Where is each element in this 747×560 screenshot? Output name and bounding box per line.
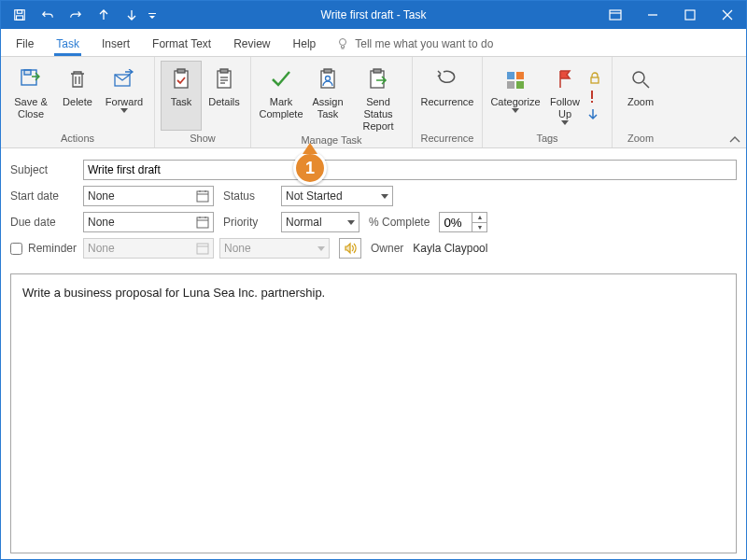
- zoom-icon: [629, 64, 652, 94]
- subject-input[interactable]: [83, 160, 737, 180]
- reminder-sound-button[interactable]: [339, 238, 361, 259]
- group-show-label: Show: [190, 131, 216, 146]
- tell-me[interactable]: Tell me what you want to do: [336, 37, 493, 56]
- reminder-date-input: None: [83, 238, 214, 259]
- flag-icon: [555, 64, 575, 94]
- send-status-report-button[interactable]: Send Status Report: [350, 61, 406, 133]
- save-close-button[interactable]: Save & Close: [7, 61, 55, 131]
- assign-task-button[interactable]: Assign Task: [307, 61, 348, 133]
- recurrence-icon: [435, 64, 459, 94]
- chevron-down-icon: [317, 246, 325, 251]
- maximize-button[interactable]: [671, 1, 709, 29]
- svg-rect-14: [175, 71, 188, 88]
- tab-task[interactable]: Task: [54, 32, 81, 56]
- group-actions-label: Actions: [61, 131, 94, 146]
- tab-insert[interactable]: Insert: [100, 32, 132, 56]
- svg-rect-28: [507, 81, 514, 89]
- categorize-button[interactable]: Categorize: [488, 61, 543, 131]
- priority-buttons: [587, 61, 606, 131]
- callout-1: 1: [293, 151, 327, 185]
- svg-rect-3: [610, 10, 621, 20]
- group-recurrence-label: Recurrence: [421, 131, 474, 146]
- task-form: Subject Start date None Status Not Start…: [1, 148, 746, 270]
- minimize-button[interactable]: [634, 1, 671, 29]
- high-importance-icon: [587, 90, 597, 105]
- svg-rect-39: [197, 217, 208, 228]
- group-zoom-label: Zoom: [627, 131, 654, 146]
- spinner-down-icon[interactable]: ▼: [472, 223, 486, 232]
- pct-spinner[interactable]: ▲ ▼: [472, 212, 487, 232]
- owner-label: Owner: [371, 242, 403, 255]
- ribbon-display-icon[interactable]: [597, 1, 634, 29]
- zoom-button[interactable]: Zoom: [618, 61, 663, 131]
- collapse-ribbon-button[interactable]: [729, 136, 740, 144]
- due-date-input[interactable]: None: [83, 212, 214, 232]
- qat-dropdown-icon[interactable]: [147, 1, 158, 29]
- previous-item-icon[interactable]: [91, 1, 117, 29]
- start-date-input[interactable]: None: [83, 186, 214, 206]
- calendar-icon: [196, 216, 209, 229]
- delete-button[interactable]: Delete: [57, 61, 98, 131]
- redo-icon[interactable]: [63, 1, 89, 29]
- group-show: Task Details Show: [155, 57, 251, 147]
- delete-icon: [67, 64, 88, 94]
- low-importance-button[interactable]: [587, 108, 606, 121]
- tab-strip: File Task Insert Format Text Review Help…: [1, 29, 746, 57]
- svg-rect-29: [516, 81, 524, 89]
- tab-help[interactable]: Help: [291, 32, 318, 56]
- svg-rect-32: [591, 101, 593, 103]
- next-item-icon[interactable]: [119, 1, 145, 29]
- chevron-down-icon: [347, 220, 355, 225]
- svg-rect-1: [17, 10, 21, 14]
- spinner-up-icon[interactable]: ▲: [472, 213, 486, 223]
- clipboard-task-icon: [171, 64, 191, 94]
- svg-rect-17: [220, 69, 228, 73]
- group-actions: Save & Close Delete Forward Actions: [1, 57, 155, 147]
- ribbon: Save & Close Delete Forward Actions: [1, 57, 746, 148]
- close-button[interactable]: [709, 1, 746, 29]
- clipboard-send-icon: [367, 64, 389, 94]
- dropdown-icon: [561, 120, 569, 125]
- svg-rect-12: [24, 70, 31, 75]
- checkmark-icon: [269, 64, 293, 94]
- forward-icon: [112, 64, 136, 94]
- details-view-button[interactable]: Details: [204, 61, 245, 131]
- group-recurrence: Recurrence Recurrence: [413, 57, 483, 147]
- svg-rect-26: [507, 72, 514, 79]
- task-body[interactable]: Write a business proposal for Luna Sea I…: [10, 273, 737, 553]
- tab-review[interactable]: Review: [232, 32, 272, 56]
- chevron-up-icon: [729, 136, 740, 144]
- pct-complete-label: % Complete: [369, 216, 430, 229]
- save-icon[interactable]: [7, 1, 33, 29]
- priority-select[interactable]: Normal: [281, 212, 359, 232]
- svg-rect-43: [197, 244, 208, 254]
- lock-icon: [587, 71, 602, 86]
- recurrence-button[interactable]: Recurrence: [418, 61, 476, 131]
- private-button[interactable]: [587, 71, 606, 86]
- task-view-button[interactable]: Task: [161, 61, 202, 131]
- undo-icon[interactable]: [35, 1, 61, 29]
- svg-rect-25: [374, 69, 381, 73]
- title-bar: Write first draft - Task: [1, 1, 746, 29]
- owner-value: Kayla Claypool: [413, 242, 487, 255]
- follow-up-button[interactable]: Follow Up: [544, 61, 585, 131]
- quick-access-toolbar: [1, 1, 158, 29]
- sound-icon: [344, 242, 357, 255]
- svg-rect-35: [197, 191, 208, 202]
- status-select[interactable]: Not Started: [281, 186, 393, 206]
- high-importance-button[interactable]: [587, 90, 606, 105]
- svg-line-34: [643, 82, 649, 88]
- tab-format-text[interactable]: Format Text: [150, 32, 213, 56]
- svg-rect-30: [591, 77, 599, 83]
- mark-complete-button[interactable]: Mark Complete: [257, 61, 305, 133]
- window-buttons: [597, 1, 746, 29]
- low-importance-icon: [587, 108, 599, 121]
- tab-file[interactable]: File: [14, 32, 35, 56]
- dropdown-icon: [512, 108, 519, 113]
- svg-rect-16: [218, 71, 231, 88]
- group-tags: Categorize Follow Up: [483, 57, 613, 147]
- pct-complete-input[interactable]: ▲ ▼: [439, 212, 487, 232]
- forward-button[interactable]: Forward: [100, 61, 148, 131]
- reminder-checkbox[interactable]: [10, 243, 22, 255]
- group-zoom: Zoom Zoom: [613, 57, 669, 147]
